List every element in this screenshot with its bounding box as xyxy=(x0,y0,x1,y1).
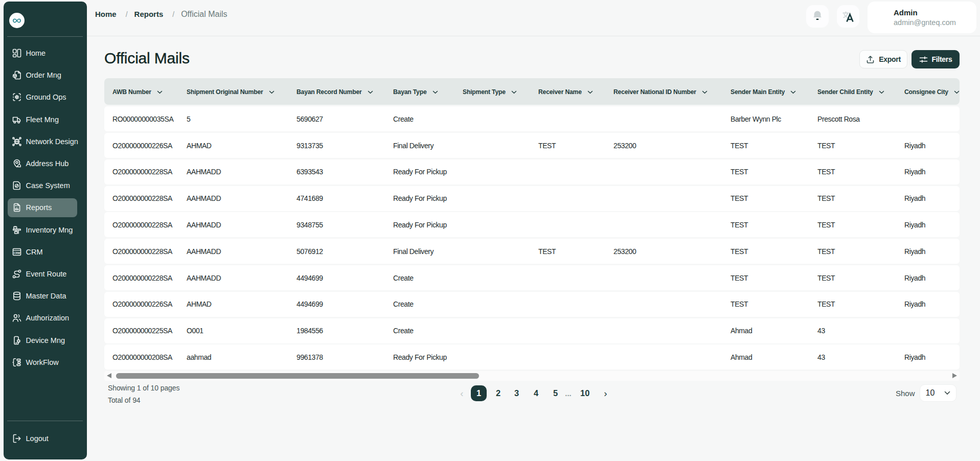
svg-text:CRM: CRM xyxy=(14,251,20,254)
